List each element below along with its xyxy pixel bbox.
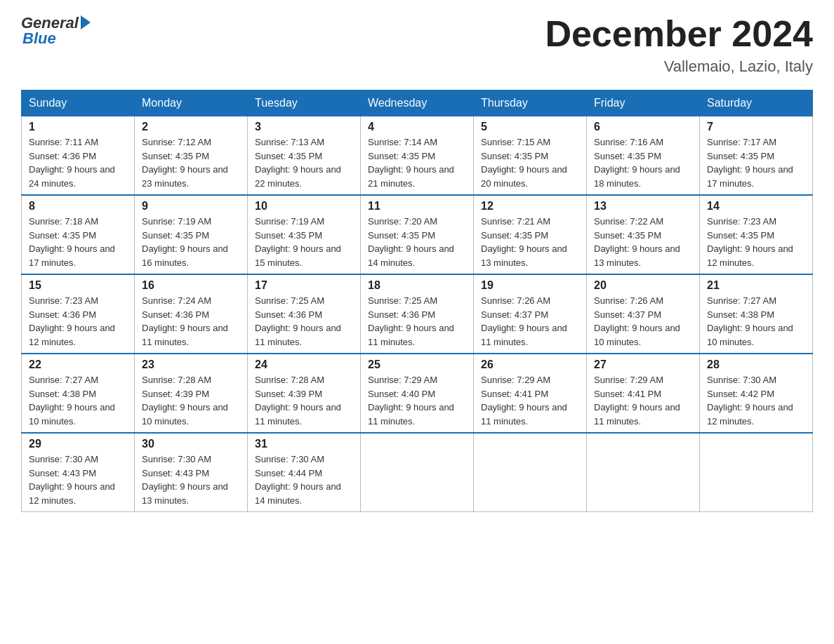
calendar-cell: 9 Sunrise: 7:19 AM Sunset: 4:35 PM Dayli… — [135, 195, 248, 274]
logo: General Blue — [21, 14, 91, 48]
calendar-cell: 12 Sunrise: 7:21 AM Sunset: 4:35 PM Dayl… — [474, 195, 587, 274]
calendar-cell — [474, 433, 587, 512]
day-number: 4 — [368, 121, 466, 133]
calendar-week-row: 29 Sunrise: 7:30 AM Sunset: 4:43 PM Dayl… — [22, 433, 813, 512]
day-number: 16 — [142, 279, 240, 292]
logo-blue-text: Blue — [22, 29, 56, 48]
day-info: Sunrise: 7:30 AM Sunset: 4:43 PM Dayligh… — [142, 452, 240, 507]
calendar-cell: 3 Sunrise: 7:13 AM Sunset: 4:35 PM Dayli… — [248, 116, 361, 195]
day-number: 13 — [594, 200, 692, 213]
day-number: 21 — [707, 279, 805, 292]
day-info: Sunrise: 7:28 AM Sunset: 4:39 PM Dayligh… — [142, 373, 240, 428]
day-info: Sunrise: 7:11 AM Sunset: 4:36 PM Dayligh… — [29, 135, 127, 190]
day-info: Sunrise: 7:29 AM Sunset: 4:41 PM Dayligh… — [594, 373, 692, 428]
calendar-cell: 24 Sunrise: 7:28 AM Sunset: 4:39 PM Dayl… — [248, 354, 361, 433]
day-number: 8 — [29, 200, 127, 213]
calendar-cell: 4 Sunrise: 7:14 AM Sunset: 4:35 PM Dayli… — [361, 116, 474, 195]
day-info: Sunrise: 7:30 AM Sunset: 4:43 PM Dayligh… — [29, 452, 127, 507]
calendar-cell: 29 Sunrise: 7:30 AM Sunset: 4:43 PM Dayl… — [22, 433, 135, 512]
day-info: Sunrise: 7:27 AM Sunset: 4:38 PM Dayligh… — [707, 294, 805, 349]
day-info: Sunrise: 7:22 AM Sunset: 4:35 PM Dayligh… — [594, 215, 692, 269]
calendar-week-row: 22 Sunrise: 7:27 AM Sunset: 4:38 PM Dayl… — [22, 354, 813, 433]
day-number: 29 — [29, 438, 127, 450]
day-number: 26 — [481, 358, 579, 371]
day-number: 24 — [255, 358, 353, 371]
calendar-cell — [361, 433, 474, 512]
calendar-cell: 5 Sunrise: 7:15 AM Sunset: 4:35 PM Dayli… — [474, 116, 587, 195]
day-info: Sunrise: 7:19 AM Sunset: 4:35 PM Dayligh… — [255, 215, 353, 269]
day-number: 11 — [368, 200, 466, 213]
day-number: 19 — [481, 279, 579, 292]
day-info: Sunrise: 7:18 AM Sunset: 4:35 PM Dayligh… — [29, 215, 127, 269]
day-info: Sunrise: 7:26 AM Sunset: 4:37 PM Dayligh… — [594, 294, 692, 349]
header-saturday: Saturday — [700, 90, 813, 116]
calendar-cell: 13 Sunrise: 7:22 AM Sunset: 4:35 PM Dayl… — [587, 195, 700, 274]
day-number: 30 — [142, 438, 240, 450]
day-number: 9 — [142, 200, 240, 213]
header-sunday: Sunday — [22, 90, 135, 116]
day-number: 15 — [29, 279, 127, 292]
day-info: Sunrise: 7:30 AM Sunset: 4:42 PM Dayligh… — [707, 373, 805, 428]
calendar-cell — [700, 433, 813, 512]
calendar-cell: 6 Sunrise: 7:16 AM Sunset: 4:35 PM Dayli… — [587, 116, 700, 195]
day-number: 7 — [707, 121, 805, 133]
day-number: 10 — [255, 200, 353, 213]
day-info: Sunrise: 7:29 AM Sunset: 4:41 PM Dayligh… — [481, 373, 579, 428]
location-title: Vallemaio, Lazio, Italy — [545, 58, 813, 76]
day-number: 28 — [707, 358, 805, 371]
day-info: Sunrise: 7:15 AM Sunset: 4:35 PM Dayligh… — [481, 135, 579, 190]
day-info: Sunrise: 7:27 AM Sunset: 4:38 PM Dayligh… — [29, 373, 127, 428]
header-monday: Monday — [135, 90, 248, 116]
day-info: Sunrise: 7:23 AM Sunset: 4:35 PM Dayligh… — [707, 215, 805, 269]
day-number: 6 — [594, 121, 692, 133]
weekday-header-row: Sunday Monday Tuesday Wednesday Thursday… — [22, 90, 813, 116]
day-info: Sunrise: 7:28 AM Sunset: 4:39 PM Dayligh… — [255, 373, 353, 428]
calendar-cell: 2 Sunrise: 7:12 AM Sunset: 4:35 PM Dayli… — [135, 116, 248, 195]
day-number: 12 — [481, 200, 579, 213]
day-number: 14 — [707, 200, 805, 213]
day-info: Sunrise: 7:14 AM Sunset: 4:35 PM Dayligh… — [368, 135, 466, 190]
day-number: 31 — [255, 438, 353, 450]
day-number: 1 — [29, 121, 127, 133]
calendar-cell: 22 Sunrise: 7:27 AM Sunset: 4:38 PM Dayl… — [22, 354, 135, 433]
calendar-cell: 25 Sunrise: 7:29 AM Sunset: 4:40 PM Dayl… — [361, 354, 474, 433]
header-tuesday: Tuesday — [248, 90, 361, 116]
day-number: 5 — [481, 121, 579, 133]
title-block: December 2024 Vallemaio, Lazio, Italy — [545, 14, 813, 76]
calendar-cell: 8 Sunrise: 7:18 AM Sunset: 4:35 PM Dayli… — [22, 195, 135, 274]
calendar-cell: 14 Sunrise: 7:23 AM Sunset: 4:35 PM Dayl… — [700, 195, 813, 274]
calendar-cell: 17 Sunrise: 7:25 AM Sunset: 4:36 PM Dayl… — [248, 274, 361, 354]
day-info: Sunrise: 7:23 AM Sunset: 4:36 PM Dayligh… — [29, 294, 127, 349]
calendar-cell: 28 Sunrise: 7:30 AM Sunset: 4:42 PM Dayl… — [700, 354, 813, 433]
day-info: Sunrise: 7:30 AM Sunset: 4:44 PM Dayligh… — [255, 452, 353, 507]
calendar-cell: 20 Sunrise: 7:26 AM Sunset: 4:37 PM Dayl… — [587, 274, 700, 354]
calendar-cell: 1 Sunrise: 7:11 AM Sunset: 4:36 PM Dayli… — [22, 116, 135, 195]
calendar-cell: 31 Sunrise: 7:30 AM Sunset: 4:44 PM Dayl… — [248, 433, 361, 512]
day-number: 25 — [368, 358, 466, 371]
day-info: Sunrise: 7:21 AM Sunset: 4:35 PM Dayligh… — [481, 215, 579, 269]
day-number: 18 — [368, 279, 466, 292]
calendar-cell — [587, 433, 700, 512]
header-friday: Friday — [587, 90, 700, 116]
day-info: Sunrise: 7:13 AM Sunset: 4:35 PM Dayligh… — [255, 135, 353, 190]
page-header: General Blue December 2024 Vallemaio, La… — [21, 14, 813, 76]
calendar-cell: 15 Sunrise: 7:23 AM Sunset: 4:36 PM Dayl… — [22, 274, 135, 354]
day-number: 3 — [255, 121, 353, 133]
calendar-cell: 7 Sunrise: 7:17 AM Sunset: 4:35 PM Dayli… — [700, 116, 813, 195]
day-info: Sunrise: 7:25 AM Sunset: 4:36 PM Dayligh… — [255, 294, 353, 349]
day-number: 22 — [29, 358, 127, 371]
calendar-week-row: 1 Sunrise: 7:11 AM Sunset: 4:36 PM Dayli… — [22, 116, 813, 195]
calendar-week-row: 8 Sunrise: 7:18 AM Sunset: 4:35 PM Dayli… — [22, 195, 813, 274]
day-number: 27 — [594, 358, 692, 371]
calendar-cell: 21 Sunrise: 7:27 AM Sunset: 4:38 PM Dayl… — [700, 274, 813, 354]
calendar-table: Sunday Monday Tuesday Wednesday Thursday… — [21, 90, 813, 512]
calendar-cell: 16 Sunrise: 7:24 AM Sunset: 4:36 PM Dayl… — [135, 274, 248, 354]
day-info: Sunrise: 7:19 AM Sunset: 4:35 PM Dayligh… — [142, 215, 240, 269]
day-info: Sunrise: 7:16 AM Sunset: 4:35 PM Dayligh… — [594, 135, 692, 190]
day-info: Sunrise: 7:26 AM Sunset: 4:37 PM Dayligh… — [481, 294, 579, 349]
calendar-cell: 26 Sunrise: 7:29 AM Sunset: 4:41 PM Dayl… — [474, 354, 587, 433]
calendar-cell: 23 Sunrise: 7:28 AM Sunset: 4:39 PM Dayl… — [135, 354, 248, 433]
day-number: 17 — [255, 279, 353, 292]
calendar-week-row: 15 Sunrise: 7:23 AM Sunset: 4:36 PM Dayl… — [22, 274, 813, 354]
calendar-cell: 18 Sunrise: 7:25 AM Sunset: 4:36 PM Dayl… — [361, 274, 474, 354]
